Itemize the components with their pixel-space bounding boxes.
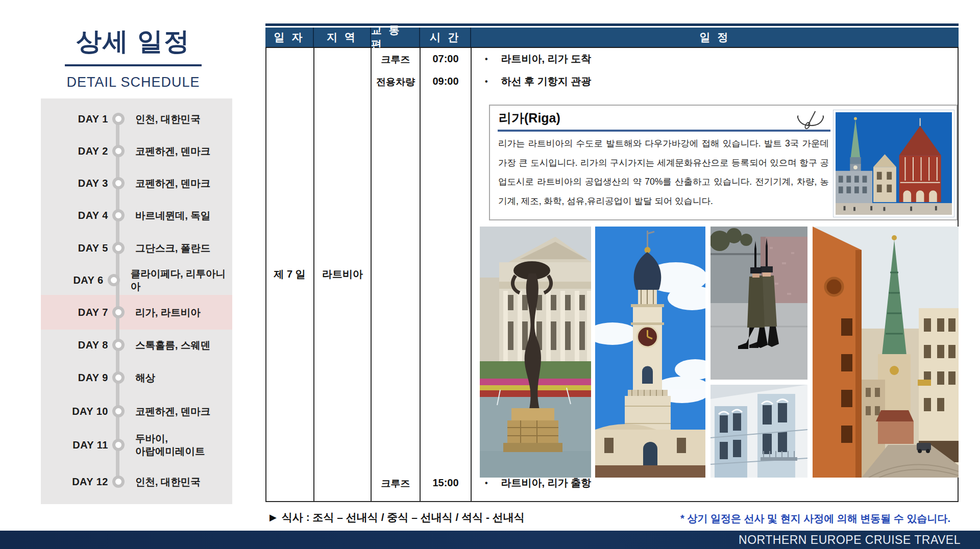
day-location: 인천, 대한민국 [135,476,201,488]
bullet-icon: • [485,479,488,488]
sidebar-day-row: DAY 11 두바이, 아랍에미레이트 [48,433,227,457]
day-label: DAY 10 [48,406,108,417]
day-label: DAY 5 [48,242,108,254]
sidebar-day-row: DAY 12 인천, 대한민국 [48,469,227,494]
schedule-item: • 라트비아, 리가 출항 [485,476,591,490]
day-label: DAY 12 [48,476,108,488]
day-location: 코펜하겐, 덴마크 [135,405,210,418]
header-schedule: 일 정 [471,28,959,47]
timeline-node-icon [112,177,125,189]
timeline-node-icon [112,371,125,384]
day-location: 그단스크, 폴란드 [135,242,210,255]
old-town-street-spire-photo [813,227,959,478]
info-box-title: 리가(Riga) [499,110,560,127]
footer-bar: NORTHERN EUROPE CRUISE TRAVEL [0,531,980,549]
sidebar-day-row-active: DAY 7 리가, 라트비아 [48,300,227,325]
sidebar-day-row: DAY 9 해상 [48,365,227,390]
day-label: DAY 9 [48,372,108,384]
sidebar-day-row: DAY 10 코펜하겐, 덴마크 [48,399,227,423]
day-label: DAY 3 [48,178,108,189]
sidebar-day-row: DAY 4 바르네뮌데, 독일 [48,203,227,228]
info-box-description: 리가는 라트비아의 수도로 발트해와 다우가바강에 접해 있습니다. 발트 3국… [498,134,829,211]
church-clock-tower-photo [595,227,705,478]
timeline-node-icon [112,145,125,157]
time-value: 09:00 [420,76,471,87]
header-region: 지 역 [314,28,371,47]
day-location: 코펜하겐, 덴마크 [135,177,210,190]
info-box-underline [498,130,830,132]
triangle-marker-icon: ▶ [270,512,277,523]
title-underline [65,64,202,66]
timeline-node-icon [112,209,125,221]
riga-info-box: 리가(Riga) 리가는 라트비아의 수도로 발트해와 다우가바강에 접해 있습… [489,105,958,220]
sidebar-day-row: DAY 5 그단스크, 폴란드 [48,236,227,260]
sidebar-day-row: DAY 2 코펜하겐, 덴마크 [48,139,227,163]
page-title: 상세 일정 [48,24,218,59]
transport-value: 전용차량 [371,76,420,89]
day-label: DAY 2 [48,145,108,157]
art-nouveau-facade-photo [710,385,807,478]
day-label: DAY 1 [48,113,108,125]
day-location: 클라이페다, 리투아니아 [131,267,227,293]
sidebar-day-row: DAY 3 코펜하겐, 덴마크 [48,171,227,195]
meals-text: 식사 : 조식 – 선내식 / 중식 – 선내식 / 석식 - 선내식 [282,510,525,525]
canoe-icon [796,109,825,129]
day-location: 스톡홀름, 스웨덴 [135,339,210,352]
column-divider [471,48,472,502]
honor-guards-photo [710,227,807,380]
schedule-item: • 라트비아, 리가 도착 [485,52,591,66]
day-location: 리가, 라트비아 [135,306,201,319]
time-value: 15:00 [420,477,471,489]
sidebar-day-row: DAY 6 클라이페다, 리투아니아 [48,268,227,292]
day-location: 인천, 대한민국 [135,113,201,126]
timeline-node-icon [112,306,125,318]
meals-note: ▶ 식사 : 조식 – 선내식 / 중식 – 선내식 / 석식 - 선내식 [270,510,525,525]
page-subtitle: DETAIL SCHEDULE [48,74,218,90]
header-transport: 교 통 편 [371,28,420,47]
schedule-disclaimer: * 상기 일정은 선사 및 현지 사정에 의해 변동될 수 있습니다. [680,512,950,526]
opera-house-fountain-photo [480,227,591,478]
schedule-item: • 하선 후 기항지 관광 [485,74,591,88]
brand-text: NORTHERN EUROPE CRUISE TRAVEL [739,533,961,547]
day-label: DAY 7 [48,307,108,318]
timeline-node-icon [112,339,125,351]
timeline-node-icon [112,405,125,417]
bullet-icon: • [485,77,488,86]
cell-region: 라트비아 [314,267,371,281]
cell-date: 제 7 일 [265,267,314,281]
schedule-item-text: 하선 후 기항지 관광 [501,74,592,88]
header-time: 시 간 [420,28,471,47]
schedule-item-text: 라트비아, 리가 도착 [501,52,592,66]
transport-value: 크루즈 [371,477,420,490]
day-label: DAY 4 [48,210,108,221]
day-location: 코펜하겐, 덴마크 [135,145,210,158]
header-date: 일 자 [265,28,314,47]
riga-town-hall-square-photo [833,110,954,217]
table-top-border [265,23,959,26]
day-location: 해상 [135,371,155,384]
schedule-item-text: 라트비아, 리가 출항 [501,476,592,490]
timeline-node-icon [112,242,125,254]
bullet-icon: • [485,55,488,64]
transport-value: 크루즈 [371,53,420,66]
timeline-node-icon [112,476,125,488]
day-location: 바르네뮌데, 독일 [135,209,210,222]
sidebar-day-row: DAY 1 인천, 대한민국 [48,107,227,131]
slide-page: 상세 일정 DETAIL SCHEDULE DAY 1 인천, 대한민국 DAY… [0,0,980,549]
day-label: DAY 8 [48,339,108,351]
time-value: 07:00 [420,53,471,65]
table-header-row: 일 자 지 역 교 통 편 시 간 일 정 [265,28,959,48]
sidebar-day-row: DAY 8 스톡홀름, 스웨덴 [48,333,227,357]
day-location: 두바이, 아랍에미레이트 [135,432,205,458]
timeline-node-icon [112,439,125,451]
timeline-node-icon [112,113,125,125]
timeline-node-icon [108,274,120,286]
column-divider [420,48,421,502]
day-label: DAY 6 [48,274,104,286]
day-label: DAY 11 [48,439,108,451]
